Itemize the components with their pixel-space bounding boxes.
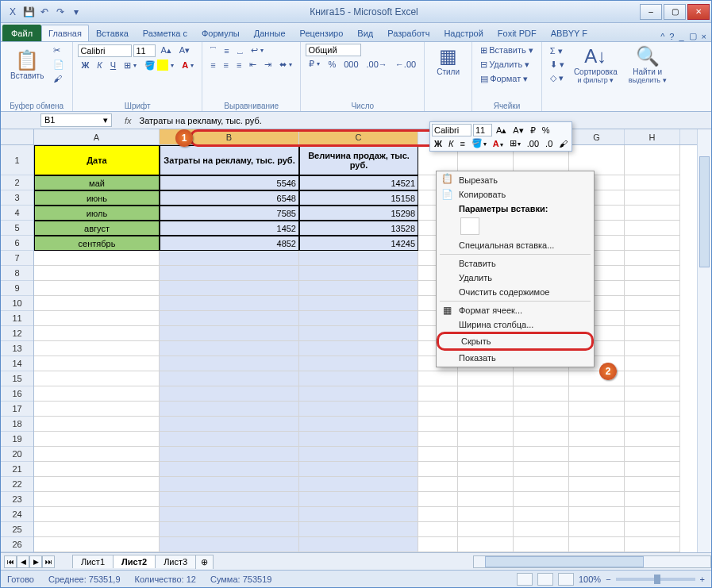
copy-button[interactable]: 📄 — [50, 58, 67, 71]
cell[interactable] — [625, 236, 680, 251]
row-header[interactable]: 4 — [1, 206, 33, 221]
align-top-button[interactable]: ⎴ — [207, 44, 219, 57]
cell[interactable] — [514, 386, 569, 402]
wrap-text-button[interactable]: ↩ — [248, 44, 267, 57]
cell[interactable] — [625, 477, 680, 492]
cell[interactable] — [458, 432, 514, 447]
format-cells-button[interactable]: ▤ Формат ▾ — [477, 72, 531, 86]
border-button[interactable]: ⊞ — [121, 59, 140, 72]
increase-decimal-button[interactable]: .00→ — [364, 58, 391, 71]
cell[interactable] — [625, 145, 680, 175]
name-box[interactable]: B1▾ — [40, 113, 112, 127]
cell[interactable] — [34, 537, 160, 552]
bold-button[interactable]: Ж — [78, 59, 92, 71]
cell[interactable] — [458, 386, 514, 402]
cell[interactable] — [514, 537, 569, 552]
cell[interactable] — [299, 356, 418, 371]
ctx-insert[interactable]: Вставить — [437, 256, 594, 271]
cell[interactable] — [458, 402, 514, 417]
cell[interactable] — [160, 371, 299, 386]
fill-color-button[interactable]: 🪣 — [141, 58, 177, 72]
cell[interactable]: 15158 — [299, 190, 418, 206]
cell[interactable] — [160, 462, 299, 477]
doc-minimize-icon[interactable]: _ — [679, 32, 683, 41]
tab-review[interactable]: Рецензиро — [293, 25, 351, 41]
cell[interactable] — [299, 402, 418, 417]
tab-formulas[interactable]: Формулы — [194, 25, 247, 41]
cell[interactable] — [625, 432, 680, 447]
font-size-select[interactable] — [133, 44, 156, 57]
cell[interactable] — [299, 417, 418, 432]
align-middle-button[interactable]: ≡ — [221, 44, 232, 57]
cell[interactable] — [299, 371, 418, 386]
cell[interactable] — [160, 417, 299, 432]
zoom-slider[interactable] — [616, 578, 695, 581]
cell[interactable]: 1452 — [160, 221, 299, 236]
mini-italic[interactable]: К — [446, 138, 456, 149]
cell[interactable] — [34, 417, 160, 432]
cell[interactable] — [569, 537, 625, 552]
ctx-hide[interactable]: Скрыть — [437, 332, 594, 351]
cell[interactable] — [160, 386, 299, 402]
cell[interactable] — [160, 492, 299, 507]
new-sheet-button[interactable]: ⊕ — [195, 555, 214, 569]
cell[interactable] — [34, 386, 160, 402]
cell[interactable] — [458, 417, 514, 432]
cell[interactable] — [34, 281, 160, 296]
cell[interactable] — [34, 402, 160, 417]
cell[interactable] — [458, 537, 514, 552]
cell[interactable] — [625, 462, 680, 477]
row-header[interactable]: 15 — [1, 371, 33, 386]
comma-button[interactable]: 000 — [341, 58, 361, 71]
column-header-A[interactable]: A — [34, 129, 160, 144]
cell[interactable] — [514, 492, 569, 507]
cell[interactable] — [299, 326, 418, 341]
cell[interactable] — [625, 296, 680, 311]
mini-shrink-font[interactable]: A▾ — [510, 125, 525, 136]
cell[interactable] — [625, 266, 680, 281]
row-header[interactable]: 24 — [1, 507, 33, 522]
mini-font-color[interactable]: A — [491, 138, 506, 149]
ctx-show[interactable]: Показать — [437, 351, 594, 365]
tab-addins[interactable]: Надстрой — [437, 25, 490, 41]
cell[interactable] — [625, 386, 680, 402]
autosum-button[interactable]: Σ ▾ — [547, 44, 568, 58]
cell[interactable] — [34, 477, 160, 492]
row-header[interactable]: 19 — [1, 432, 33, 447]
paste-button[interactable]: 📋Вставить — [6, 48, 48, 82]
help-icon[interactable]: ? — [669, 32, 674, 41]
styles-button[interactable]: ▦Стили — [429, 44, 467, 78]
cell[interactable] — [418, 402, 458, 417]
mini-brush[interactable]: 🖌 — [556, 138, 570, 149]
cell[interactable] — [34, 251, 160, 266]
cell[interactable] — [34, 311, 160, 326]
ctx-copy[interactable]: 📄Копировать — [437, 187, 594, 202]
row-header[interactable]: 10 — [1, 296, 33, 311]
cell[interactable] — [418, 477, 458, 492]
cell[interactable] — [34, 507, 160, 522]
cell[interactable]: Дата — [34, 145, 160, 175]
italic-button[interactable]: К — [94, 59, 105, 71]
cell[interactable] — [458, 371, 514, 386]
cell[interactable] — [514, 447, 569, 462]
redo-icon[interactable]: ↷ — [53, 5, 67, 19]
cell[interactable] — [418, 507, 458, 522]
view-layout-button[interactable] — [537, 573, 553, 586]
tab-foxit[interactable]: Foxit PDF — [491, 25, 544, 41]
cell[interactable] — [569, 447, 625, 462]
row-header[interactable]: 7 — [1, 251, 33, 266]
cell[interactable] — [625, 507, 680, 522]
sheet-tab-2[interactable]: Лист2 — [113, 555, 156, 568]
column-header-G[interactable]: G — [569, 129, 625, 144]
row-header[interactable]: 25 — [1, 522, 33, 537]
ctx-column-width[interactable]: Ширина столбца... — [437, 317, 594, 332]
cell[interactable] — [34, 462, 160, 477]
cell[interactable] — [625, 356, 680, 371]
horizontal-scrollbar[interactable] — [473, 555, 711, 568]
ctx-delete[interactable]: Удалить — [437, 271, 594, 285]
cell[interactable] — [418, 371, 458, 386]
cell[interactable]: июнь — [34, 190, 160, 206]
cell[interactable] — [160, 251, 299, 266]
cell[interactable] — [418, 492, 458, 507]
sheet-nav-last[interactable]: ⏭ — [42, 555, 55, 568]
